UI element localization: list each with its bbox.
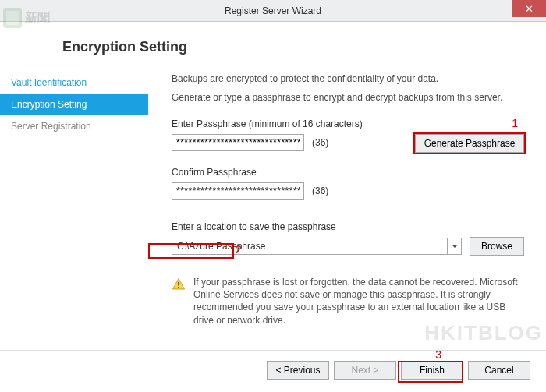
warning-icon — [172, 277, 186, 291]
description-1: Backups are encrypted to protect the con… — [172, 73, 524, 84]
finish-label: Finish — [420, 365, 445, 376]
wizard-nav: Vault Identification Encryption Setting … — [0, 65, 148, 350]
location-value: C:\Azure Passphrase — [172, 241, 447, 252]
page-title: Encryption Setting — [62, 39, 546, 55]
previous-label: < Previous — [275, 365, 320, 376]
nav-item-server-registration[interactable]: Server Registration — [0, 115, 148, 137]
nav-item-encryption-setting[interactable]: Encryption Setting — [0, 94, 148, 115]
chevron-down-icon[interactable] — [447, 238, 461, 254]
browse-label: Browse — [481, 241, 512, 252]
location-combobox[interactable]: C:\Azure Passphrase — [172, 238, 462, 255]
window-title: Register Server Wizard — [225, 5, 321, 16]
close-button[interactable]: ✕ — [512, 0, 546, 17]
warning-section: If your passphrase is lost or forgotten,… — [172, 276, 524, 327]
next-button: Next > — [334, 361, 396, 380]
browse-button[interactable]: Browse — [470, 237, 524, 256]
enter-passphrase-count: (36) — [312, 137, 328, 148]
nav-item-vault-identification[interactable]: Vault Identification — [0, 72, 148, 94]
description-2: Generate or type a passphrase to encrypt… — [172, 92, 524, 103]
cancel-label: Cancel — [484, 365, 513, 376]
content-pane: Backups are encrypted to protect the con… — [148, 65, 546, 350]
finish-button[interactable]: Finish — [401, 361, 463, 380]
nav-item-label: Vault Identification — [11, 77, 87, 88]
enter-passphrase-label: Enter Passphrase (minimum of 16 characte… — [172, 118, 524, 129]
svg-rect-0 — [178, 282, 179, 286]
wizard-footer: < Previous Next > Finish Cancel — [0, 350, 546, 389]
cancel-button[interactable]: Cancel — [468, 361, 530, 380]
nav-item-label: Server Registration — [11, 121, 91, 132]
svg-rect-1 — [178, 287, 179, 288]
next-label: Next > — [351, 365, 378, 376]
confirm-passphrase-count: (36) — [312, 185, 328, 196]
title-bar: Register Server Wizard ✕ — [0, 0, 546, 22]
generate-passphrase-label: Generate Passphrase — [424, 138, 516, 149]
confirm-passphrase-label: Confirm Passphrase — [172, 167, 524, 178]
previous-button[interactable]: < Previous — [267, 361, 329, 380]
generate-passphrase-button[interactable]: Generate Passphrase — [415, 134, 524, 153]
enter-passphrase-input[interactable] — [172, 134, 304, 151]
close-icon: ✕ — [525, 3, 534, 15]
location-label: Enter a location to save the passphrase — [172, 221, 524, 232]
nav-item-label: Encryption Setting — [11, 99, 87, 110]
warning-text: If your passphrase is lost or forgotten,… — [193, 276, 524, 327]
page-header: Encryption Setting — [0, 22, 546, 65]
confirm-passphrase-input[interactable] — [172, 182, 304, 200]
